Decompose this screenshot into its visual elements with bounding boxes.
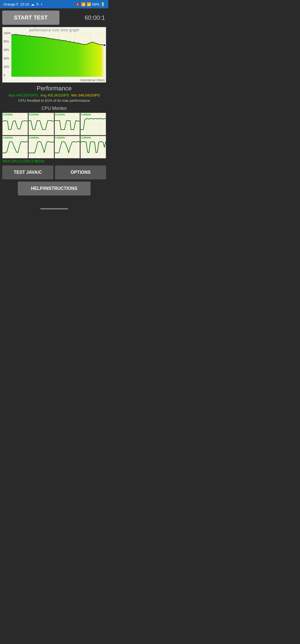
y-label-0: 0 bbox=[4, 74, 11, 77]
cpu-freq-5: 0.84GHz bbox=[3, 136, 13, 139]
cpu-freq-2: 2.01GHz bbox=[29, 113, 39, 116]
wifi-icon: 📶 bbox=[81, 2, 86, 6]
y-label-100: 100% bbox=[4, 32, 11, 35]
mute-icon: 🔇 bbox=[76, 2, 80, 6]
cpu-cell-3: 2.01GHz bbox=[55, 113, 80, 135]
cpu-cell-5: 0.84GHz bbox=[2, 136, 28, 158]
y-label-80: 80% bbox=[4, 40, 11, 43]
cpu-cell-4: 0.84GHz bbox=[81, 113, 106, 135]
sync-icon: ↻ bbox=[36, 2, 39, 6]
help-instructions-button[interactable]: HELP/INSTRUCTIONS bbox=[18, 182, 91, 195]
battery-label: 68% bbox=[92, 2, 99, 6]
nav-pill bbox=[40, 208, 68, 209]
stat-min: Min 348,042GIPS bbox=[71, 93, 100, 97]
cpu-monitor-title: CPU Monitor bbox=[2, 106, 106, 111]
time-label: 23:10 bbox=[20, 2, 29, 6]
bottom-buttons: TEST JAVA/C OPTIONS bbox=[2, 165, 106, 179]
cpu-monitor-section: CPU Monitor 2.01GHz 2.01G bbox=[2, 106, 106, 163]
test-java-c-button[interactable]: TEST JAVA/C bbox=[2, 165, 53, 179]
top-controls: START TEST 60:00:1 bbox=[2, 11, 106, 25]
stat-max: Max 445,067GIPS bbox=[9, 93, 38, 97]
status-bar: Orange F 23:10 ☁ ↻ • 🔇 📶 📶 68% 🔋 bbox=[0, 0, 108, 8]
main-content: START TEST 60:00:1 performance over time… bbox=[0, 8, 108, 203]
svg-point-13 bbox=[104, 44, 105, 46]
graph-title: performance over time graph bbox=[2, 28, 106, 32]
cpu-freq-7: 0.84GHz bbox=[55, 136, 65, 139]
help-row: HELP/INSTRUCTIONS bbox=[2, 182, 106, 195]
dot-icon: • bbox=[41, 2, 42, 6]
cpu-cell-2: 2.01GHz bbox=[29, 113, 54, 135]
carrier-label: Orange F bbox=[3, 2, 19, 6]
status-left: Orange F 23:10 ☁ ↻ • bbox=[3, 2, 42, 6]
performance-stats: Max 445,067GIPS Avg 405,901GIPS Min 348,… bbox=[2, 93, 106, 97]
cpu-cell-6: 0.84GHz bbox=[29, 136, 54, 158]
cpu-freq-3: 2.01GHz bbox=[55, 113, 65, 116]
cpu-cell-8: 3.36GHz bbox=[81, 136, 106, 158]
y-label-40: 40% bbox=[4, 57, 11, 60]
signal-icon: 📶 bbox=[87, 2, 91, 6]
performance-graph: performance over time graph 100% 80% 60%… bbox=[2, 27, 106, 83]
cpu-cell-7: 0.84GHz bbox=[55, 136, 80, 158]
graph-y-labels: 100% 80% 60% 40% 20% 0 bbox=[2, 32, 12, 77]
battery-icon: 🔋 bbox=[101, 2, 105, 6]
cpu-freq-8: 3.36GHz bbox=[81, 136, 91, 139]
y-label-60: 60% bbox=[4, 48, 11, 51]
start-test-button[interactable]: START TEST bbox=[2, 11, 59, 25]
cpu-cell-1: 2.01GHz bbox=[2, 113, 28, 135]
nav-bar bbox=[0, 203, 108, 213]
max-cpu-label: MAX CPU CLOCK:3.36GHz bbox=[2, 159, 106, 163]
throttle-text: CPU throttled to 81% of its max performa… bbox=[2, 98, 106, 103]
performance-title: Performance bbox=[2, 85, 106, 92]
status-right: 🔇 📶 📶 68% 🔋 bbox=[76, 2, 105, 6]
y-label-20: 20% bbox=[4, 65, 11, 68]
cpu-freq-1: 2.01GHz bbox=[3, 113, 13, 116]
options-button[interactable]: OPTIONS bbox=[55, 165, 106, 179]
cpu-grid: 2.01GHz 2.01GHz bbox=[2, 113, 106, 158]
performance-section: Performance Max 445,067GIPS Avg 405,901G… bbox=[2, 85, 106, 103]
timer-display: 60:00:1 bbox=[59, 14, 106, 21]
graph-x-label: time(interval 10min) bbox=[80, 79, 105, 82]
cpu-freq-6: 0.84GHz bbox=[29, 136, 39, 139]
cpu-freq-4: 0.84GHz bbox=[81, 113, 91, 116]
cloud-icon: ☁ bbox=[31, 2, 34, 6]
graph-area bbox=[11, 33, 106, 77]
stat-avg: Avg 405,901GIPS bbox=[40, 93, 69, 97]
